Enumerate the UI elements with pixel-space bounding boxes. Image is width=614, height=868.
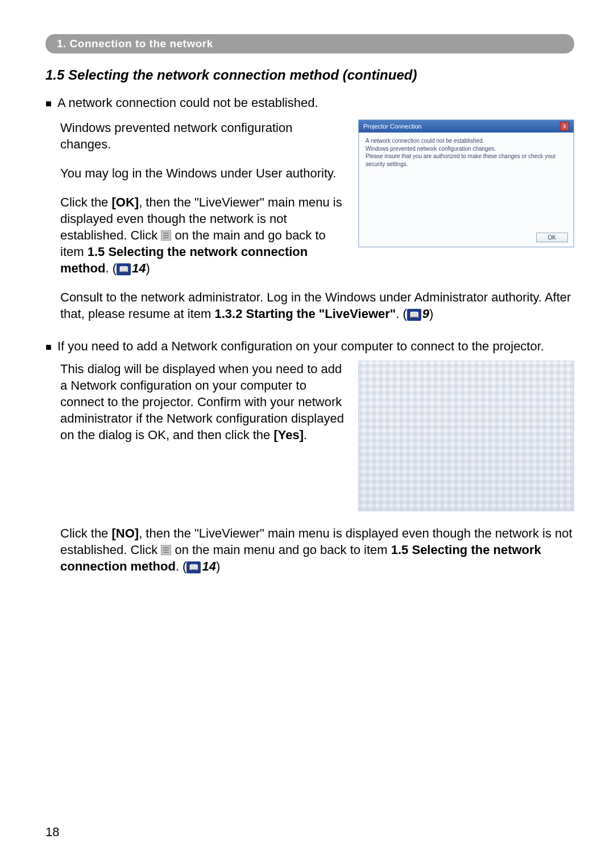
ok-label: [OK] [111,195,139,209]
no-label: [NO] [111,526,139,540]
dialog-screenshot: Projector Connection x A network connect… [358,119,574,247]
book-icon: 📖 [407,309,421,320]
dialog-screenshot-placeholder [358,361,574,511]
square-bullet-icon: ■ [45,96,52,111]
body-paragraph: Windows prevented network configuration … [60,119,345,152]
dialog-titlebar: Projector Connection x [359,120,574,133]
dialog-line: A network connection could not be establ… [366,137,567,145]
dialog-line: Please insure that you are authorized to… [366,152,567,168]
bullet-text: If you need to add a Network configurati… [57,339,544,354]
page-ref: 14 [202,559,215,573]
square-bullet-icon: ■ [45,339,52,355]
page-ref: 14 [132,261,146,275]
dialog-line: Windows prevented network configuration … [366,145,567,153]
page-ref: 9 [422,307,429,321]
body-paragraph: Consult to the network administrator. Lo… [60,289,574,322]
cross-ref: 1.5 Selecting the network connection met… [60,245,308,275]
bullet-item: ■ A network connection could not be esta… [45,96,574,111]
yes-label: [Yes] [273,428,304,442]
close-icon[interactable]: x [560,122,569,131]
connect-icon [161,545,171,555]
bullet-item: ■ If you need to add a Network configura… [45,339,574,355]
body-paragraph: Click the [NO], then the "LiveViewer" ma… [60,525,574,574]
book-icon: 📖 [117,263,131,275]
book-icon: 📖 [186,561,201,573]
page-number: 18 [45,825,59,840]
chapter-tab: 1. Connection to the network [45,34,574,53]
body-paragraph: This dialog will be displayed when you n… [60,361,345,443]
bullet-text: A network connection could not be establ… [57,96,318,110]
dialog-title-text: Projector Connection [363,123,422,130]
body-paragraph: You may log in the Windows under User au… [60,165,345,181]
ok-button[interactable]: OK [536,233,568,242]
dialog-body: A network connection could not be establ… [359,133,574,229]
section-title: 1.5 Selecting the network connection met… [45,67,574,83]
cross-ref: 1.3.2 Starting the "LiveViewer" [214,307,396,321]
body-paragraph: Click the [OK], then the "LiveViewer" ma… [60,194,345,276]
connect-icon [161,230,171,241]
